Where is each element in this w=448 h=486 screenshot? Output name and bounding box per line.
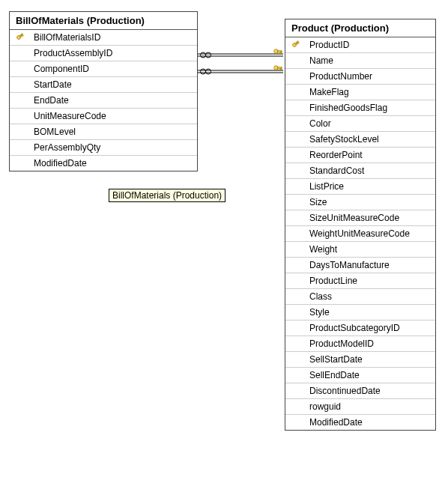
svg-point-18	[206, 69, 211, 74]
entity-billofmaterials[interactable]: BillOfMaterials (Production) BillOfMater…	[9, 11, 198, 171]
entity-title: Product (Production)	[285, 19, 435, 37]
column-row[interactable]: ModifiedDate	[10, 156, 197, 171]
column-name: rowguid	[309, 401, 341, 412]
infinity-icon	[201, 69, 211, 74]
column-name: SizeUnitMeasureCode	[309, 213, 399, 223]
svg-rect-14	[280, 52, 281, 54]
column-row[interactable]: DiscontinuedDate	[285, 383, 435, 399]
column-row[interactable]: Style	[285, 305, 435, 321]
column-row[interactable]: ComponentID	[10, 61, 197, 77]
column-row[interactable]: ReorderPoint	[285, 148, 435, 163]
column-name: ListPrice	[309, 181, 344, 192]
column-row[interactable]: ProductAssemblyID	[10, 46, 197, 61]
key-end-icon	[274, 49, 282, 54]
column-row[interactable]: ProductSubcategoryID	[285, 321, 435, 336]
column-name: Weight	[309, 244, 337, 255]
tooltip: BillOfMaterials (Production)	[109, 189, 225, 202]
column-name: ComponentID	[34, 64, 89, 74]
column-name: BOMLevel	[34, 127, 76, 137]
column-name: ReorderPoint	[309, 150, 363, 160]
column-row[interactable]: MakeFlag	[285, 85, 435, 100]
column-name: ProductAssemblyID	[34, 48, 112, 58]
column-row[interactable]: Name	[285, 53, 435, 69]
column-name: PerAssemblyQty	[34, 142, 100, 153]
column-name: SafetyStockLevel	[309, 134, 379, 145]
column-name: Color	[309, 118, 331, 129]
column-row[interactable]: PerAssemblyQty	[10, 140, 197, 156]
relationship-line-component[interactable]	[198, 66, 283, 74]
column-row[interactable]: Weight	[285, 242, 435, 258]
column-row[interactable]: SafetyStockLevel	[285, 132, 435, 148]
column-row[interactable]: rowguid	[285, 399, 435, 415]
column-name: ProductID	[309, 40, 349, 50]
svg-point-11	[206, 52, 211, 58]
column-row[interactable]: UnitMeasureCode	[10, 109, 197, 124]
svg-rect-7	[297, 43, 298, 44]
column-name: FinishedGoodsFlag	[309, 103, 387, 113]
column-row[interactable]: ListPrice	[285, 179, 435, 195]
column-name: EndDate	[34, 95, 69, 106]
column-row[interactable]: EndDate	[10, 93, 197, 109]
column-name: DiscontinuedDate	[309, 386, 381, 396]
infinity-icon	[201, 52, 211, 58]
svg-point-19	[274, 66, 279, 70]
column-name: MakeFlag	[309, 87, 349, 97]
column-row[interactable]: WeightUnitMeasureCode	[285, 226, 435, 242]
column-name: UnitMeasureCode	[34, 111, 106, 121]
svg-point-17	[201, 69, 206, 74]
column-name: ProductNumber	[309, 71, 372, 82]
column-row[interactable]: ProductModelID	[285, 336, 435, 352]
column-name: ModifiedDate	[309, 417, 363, 428]
column-name: Style	[309, 307, 330, 318]
key-end-icon	[274, 66, 282, 70]
column-row[interactable]: ModifiedDate	[285, 415, 435, 430]
column-name: Name	[309, 55, 333, 66]
column-row[interactable]: Class	[285, 289, 435, 305]
column-row[interactable]: StandardCost	[285, 163, 435, 179]
column-row[interactable]: FinishedGoodsFlag	[285, 100, 435, 116]
column-name: BillOfMaterialsID	[34, 32, 100, 43]
diagram-canvas: { "tables": { "bom": { "title": "BillOfM…	[0, 0, 448, 486]
primary-key-icon	[291, 39, 302, 51]
column-row[interactable]: SellEndDate	[285, 368, 435, 383]
svg-rect-21	[280, 68, 281, 70]
column-name: StandardCost	[309, 165, 364, 176]
column-name: Class	[309, 291, 332, 302]
column-name: ProductSubcategoryID	[309, 323, 400, 333]
column-name: ModifiedDate	[34, 158, 87, 168]
column-row[interactable]: ProductLine	[285, 273, 435, 289]
svg-rect-13	[278, 51, 282, 52]
column-name: WeightUnitMeasureCode	[309, 228, 410, 239]
column-row[interactable]: ProductNumber	[285, 69, 435, 85]
svg-point-10	[201, 52, 206, 58]
column-name: SellEndDate	[309, 370, 360, 380]
column-row[interactable]: Size	[285, 195, 435, 210]
column-row[interactable]: ProductID	[285, 37, 435, 53]
column-name: ProductModelID	[309, 338, 374, 349]
relationship-line-assembly[interactable]	[198, 49, 283, 58]
entity-product[interactable]: Product (Production) ProductIDNameProduc…	[285, 19, 436, 431]
column-row[interactable]: BOMLevel	[10, 124, 197, 140]
column-row[interactable]: DaysToManufacture	[285, 258, 435, 273]
column-row[interactable]: SellStartDate	[285, 352, 435, 368]
column-row[interactable]: SizeUnitMeasureCode	[285, 210, 435, 226]
column-name: StartDate	[34, 79, 72, 90]
column-name: SellStartDate	[309, 354, 363, 365]
svg-rect-20	[278, 67, 282, 69]
svg-rect-3	[21, 35, 22, 37]
column-row[interactable]: StartDate	[10, 77, 197, 93]
primary-key-icon	[16, 31, 26, 43]
column-row[interactable]: BillOfMaterialsID	[10, 30, 197, 46]
column-name: DaysToManufacture	[309, 260, 390, 270]
column-name: Size	[309, 197, 327, 207]
column-name: ProductLine	[309, 276, 357, 286]
column-row[interactable]: Color	[285, 116, 435, 132]
svg-point-12	[274, 49, 279, 54]
entity-title: BillOfMaterials (Production)	[10, 12, 197, 30]
